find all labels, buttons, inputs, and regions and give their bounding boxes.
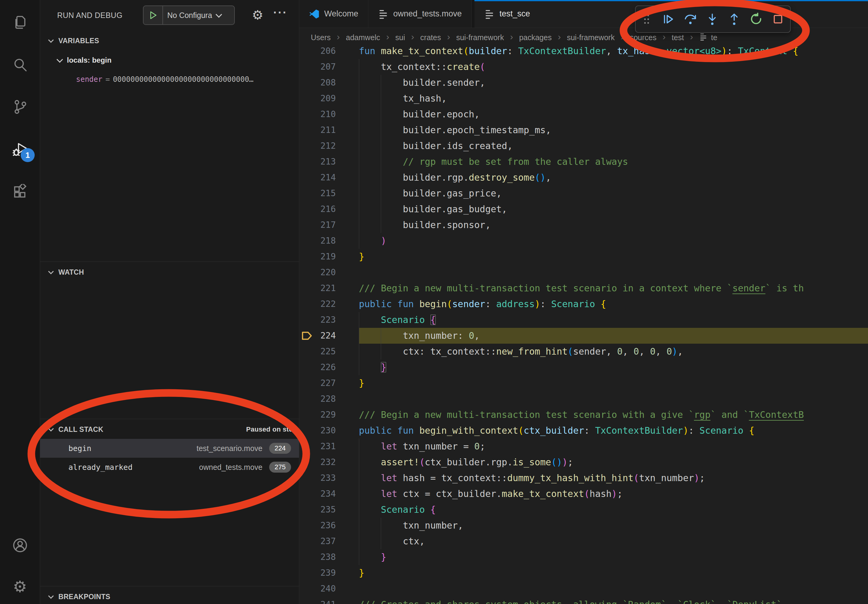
code-line[interactable]: 232 assert!(ctx_builder.rgp.is_some()); — [299, 454, 868, 470]
code-area[interactable]: 206fun make_tx_context(builder: TxContex… — [299, 28, 868, 604]
line-number[interactable]: 217 — [299, 217, 336, 233]
code-line[interactable]: 211 builder.epoch_timestamp_ms, — [299, 122, 868, 138]
settings-gear-icon[interactable]: ⚙ — [0, 578, 40, 595]
code-line[interactable]: 230public fun begin_with_context(ctx_bui… — [299, 423, 868, 438]
line-number[interactable]: 210 — [299, 107, 336, 122]
line-number[interactable]: 238 — [299, 549, 336, 565]
call-stack-section-header[interactable]: CALL STACK Paused on step — [40, 423, 308, 437]
line-number[interactable]: 218 — [299, 233, 336, 249]
code-line[interactable]: 215 builder.gas_price, — [299, 186, 868, 201]
line-number[interactable]: 229 — [299, 407, 336, 423]
variables-section-header[interactable]: VARIABLES — [40, 34, 308, 48]
code-line[interactable]: 239} — [299, 565, 868, 581]
debug-config-dropdown[interactable]: No Configura — [143, 5, 235, 25]
code-line[interactable]: 224 txn_number: 0, — [299, 328, 868, 344]
breadcrumb-item[interactable]: sui-framework — [456, 33, 504, 42]
line-number[interactable]: 235 — [299, 502, 336, 517]
code-line[interactable]: 229/// Begin a new multi-transaction tes… — [299, 407, 868, 423]
line-number[interactable]: 234 — [299, 486, 336, 502]
code-line[interactable]: 234 let ctx = ctx_builder.make_tx_contex… — [299, 486, 868, 502]
source-control-icon[interactable] — [0, 98, 40, 115]
search-icon[interactable] — [0, 56, 40, 73]
breakpoints-section-header[interactable]: BREAKPOINTS — [40, 590, 308, 604]
breadcrumb-file[interactable]: te — [699, 33, 718, 43]
code-line[interactable]: 233 let hash = tx_context::dummy_tx_hash… — [299, 470, 868, 486]
line-number[interactable]: 240 — [299, 581, 336, 597]
code-line[interactable]: 209 tx_hash, — [299, 91, 868, 107]
continue-button[interactable] — [657, 6, 679, 32]
line-number[interactable]: 228 — [299, 391, 336, 407]
line-number[interactable]: 213 — [299, 154, 336, 170]
code-line[interactable]: 226 } — [299, 359, 868, 375]
breadcrumb-item[interactable]: test — [671, 33, 684, 42]
restart-button[interactable] — [745, 6, 767, 32]
line-number[interactable]: 207 — [299, 59, 336, 75]
line-number[interactable]: 215 — [299, 186, 336, 201]
line-number[interactable]: 223 — [299, 312, 336, 328]
line-number[interactable]: 212 — [299, 138, 336, 154]
code-line[interactable]: 217 builder.sponsor, — [299, 217, 868, 233]
start-debug-icon[interactable] — [144, 6, 163, 24]
breadcrumb-item[interactable]: sources — [630, 33, 657, 42]
code-line[interactable]: 220 — [299, 265, 868, 280]
drag-handle-icon[interactable] — [636, 6, 657, 32]
code-line[interactable]: 238 } — [299, 549, 868, 565]
more-actions-icon[interactable]: ··· — [271, 4, 290, 21]
line-number[interactable]: 237 — [299, 533, 336, 549]
breadcrumb-item[interactable]: Users — [311, 33, 330, 42]
code-line[interactable]: 223 Scenario { — [299, 312, 868, 328]
line-number[interactable]: 221 — [299, 280, 336, 296]
code-line[interactable]: 212 builder.ids_created, — [299, 138, 868, 154]
code-line[interactable]: 231 let txn_number = 0; — [299, 438, 868, 454]
line-number[interactable]: 233 — [299, 470, 336, 486]
code-line[interactable]: 235 Scenario { — [299, 502, 868, 517]
extensions-icon[interactable] — [0, 183, 40, 200]
line-number[interactable]: 209 — [299, 91, 336, 107]
code-line[interactable]: 227} — [299, 375, 868, 391]
debug-settings-gear-icon[interactable]: ⚙ — [250, 7, 266, 23]
step-into-button[interactable] — [701, 6, 723, 32]
account-icon[interactable] — [0, 537, 40, 554]
line-number[interactable]: 232 — [299, 454, 336, 470]
line-number[interactable]: 222 — [299, 296, 336, 312]
line-number[interactable]: 216 — [299, 201, 336, 217]
code-line[interactable]: 214 builder.rgp.destroy_some(), — [299, 170, 868, 186]
breadcrumb-item[interactable]: sui — [395, 33, 405, 42]
line-number[interactable]: 225 — [299, 344, 336, 359]
code-line[interactable]: 237 ctx, — [299, 533, 868, 549]
line-number[interactable]: 208 — [299, 75, 336, 91]
code-line[interactable]: 213 // rgp must be set from the caller a… — [299, 154, 868, 170]
breadcrumb-item[interactable]: sui-framework — [567, 33, 615, 42]
line-number[interactable]: 230 — [299, 423, 336, 438]
code-line[interactable]: 221/// Begin a new multi-transaction tes… — [299, 280, 868, 296]
tab-welcome[interactable]: Welcome — [299, 0, 368, 28]
breadcrumb-item[interactable]: crates — [420, 33, 441, 42]
code-line[interactable]: 208 builder.sender, — [299, 75, 868, 91]
line-number[interactable]: 211 — [299, 122, 336, 138]
call-stack-frame[interactable]: already_markedowned_tests.move275 — [40, 458, 299, 477]
code-line[interactable]: 241/// Creates and shares system objects… — [299, 597, 868, 604]
watch-section-header[interactable]: WATCH — [40, 265, 308, 279]
code-line[interactable]: 236 txn_number, — [299, 517, 868, 533]
code-line[interactable]: 240 — [299, 581, 868, 597]
files-icon[interactable] — [0, 14, 40, 31]
breadcrumb-item[interactable]: adamwelc — [346, 33, 380, 42]
code-line[interactable]: 216 builder.gas_budget, — [299, 201, 868, 217]
code-line[interactable]: 228 — [299, 391, 868, 407]
line-number[interactable]: 239 — [299, 565, 336, 581]
step-over-button[interactable] — [679, 6, 701, 32]
line-number[interactable]: 219 — [299, 249, 336, 265]
code-line[interactable]: 225 ctx: tx_context::new_from_hint(sende… — [299, 344, 868, 359]
code-line[interactable]: 222public fun begin(sender: address): Sc… — [299, 296, 868, 312]
call-stack-frame[interactable]: begintest_scenario.move224 — [40, 439, 299, 458]
variables-scope-row[interactable]: locals: begin — [57, 53, 112, 67]
line-number[interactable]: 227 — [299, 375, 336, 391]
step-out-button[interactable] — [723, 6, 745, 32]
line-number[interactable]: 214 — [299, 170, 336, 186]
line-number[interactable]: 226 — [299, 359, 336, 375]
code-line[interactable]: 207 tx_context::create( — [299, 59, 868, 75]
line-number[interactable]: 220 — [299, 265, 336, 280]
variable-row[interactable]: sender = 0000000000000000000000000000000… — [76, 73, 292, 87]
code-line[interactable]: 218 ) — [299, 233, 868, 249]
code-line[interactable]: 219} — [299, 249, 868, 265]
